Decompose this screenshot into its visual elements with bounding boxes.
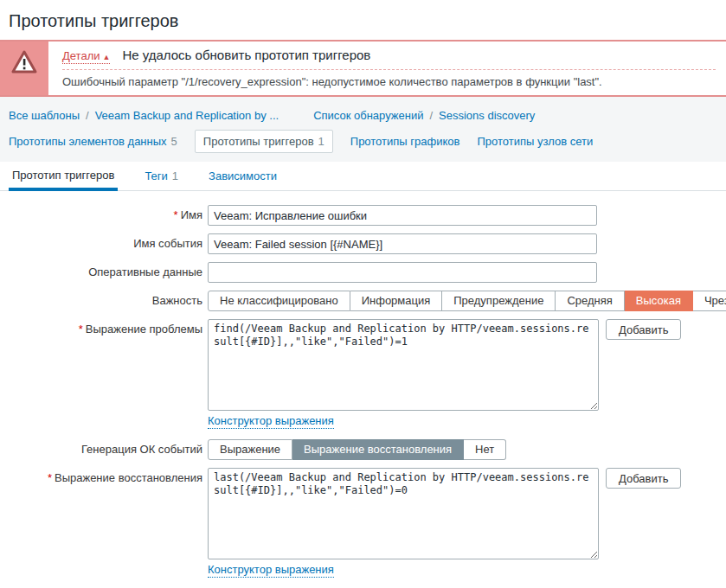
problem-expression-constructor-link[interactable]: Конструктор выражения xyxy=(208,414,334,429)
severity-row: Важность Не классифицировано Информация … xyxy=(0,291,726,311)
tab-label: Зависимости xyxy=(209,169,277,182)
tab-count: 1 xyxy=(172,169,178,182)
problem-expression-label: *Выражение проблемы xyxy=(0,319,208,340)
name-input[interactable] xyxy=(208,205,597,226)
nav-item-label: Прототипы триггеров xyxy=(203,135,314,148)
error-message-box: Детали▲ Не удалось обновить прототип три… xyxy=(0,40,726,97)
required-mark: * xyxy=(48,471,52,484)
error-divider xyxy=(62,69,716,70)
nav-item-prototypes[interactable]: Прототипы элементов данных5 xyxy=(9,131,177,152)
breadcrumb-discovery-list[interactable]: Список обнаружений xyxy=(313,109,423,122)
severity-option-information[interactable]: Информация xyxy=(350,291,443,311)
nav-item-count: 5 xyxy=(171,135,177,148)
recovery-expression-label: *Выражение восстановления xyxy=(0,468,208,489)
problem-constructor-row: Конструктор выражения xyxy=(0,414,726,429)
recovery-expression-textarea[interactable]: last(/Veeam Backup and Replication by HT… xyxy=(208,468,599,559)
error-title: Не удалось обновить прототип триггеров xyxy=(122,48,370,62)
recovery-expression-add-button[interactable]: Добавить xyxy=(606,468,681,489)
content-panel: Прототип триггеров Теги1 Зависимости *Им… xyxy=(0,162,726,588)
breadcrumb-separator: / xyxy=(86,109,89,122)
recovery-constructor-row: Конструктор выражения xyxy=(0,563,726,578)
opdata-row: Оперативные данные xyxy=(0,262,726,283)
nav-item-label: Прототипы элементов данных xyxy=(9,135,167,148)
error-detail-text: Ошибочный параметр "/1/recovery_expressi… xyxy=(62,75,716,88)
severity-group: Не классифицировано Информация Предупреж… xyxy=(208,291,726,311)
warning-icon xyxy=(10,49,38,75)
nav-item-label: Прототипы графиков xyxy=(350,135,460,148)
nav-item-count: 1 xyxy=(318,135,324,148)
page-header: Прототипы триггеров xyxy=(0,0,726,40)
problem-expression-add-button[interactable]: Добавить xyxy=(606,319,681,340)
okgen-option-none[interactable]: Нет xyxy=(464,439,506,460)
details-toggle[interactable]: Детали▲ xyxy=(62,49,110,64)
breadcrumb-template[interactable]: Veeam Backup and Replication by ... xyxy=(95,109,279,122)
problem-expression-textarea[interactable]: find(/Veeam Backup and Replication by HT… xyxy=(208,319,599,411)
ok-event-generation-group: Выражение Выражение восстановления Нет xyxy=(208,439,506,460)
severity-option-warning[interactable]: Предупреждение xyxy=(442,291,556,311)
event-name-label: Имя события xyxy=(0,233,208,254)
name-row: *Имя xyxy=(0,205,726,226)
error-content: Детали▲ Не удалось обновить прототип три… xyxy=(48,42,726,95)
problem-expression-row: *Выражение проблемы find(/Veeam Backup a… xyxy=(0,319,726,411)
recovery-expression-row: *Выражение восстановления last(/Veeam Ba… xyxy=(0,468,726,559)
okgen-option-recovery-expression[interactable]: Выражение восстановления xyxy=(292,439,464,460)
breadcrumb-all-templates[interactable]: Все шаблоны xyxy=(9,109,80,122)
breadcrumb-sessions-discovery[interactable]: Sessions discovery xyxy=(439,109,535,122)
tab-dependencies[interactable]: Зависимости xyxy=(205,162,280,190)
entity-nav: Прототипы элементов данных5 Прототипы тр… xyxy=(9,130,717,153)
error-icon-column xyxy=(0,42,48,95)
tab-tags[interactable]: Теги1 xyxy=(141,162,182,190)
tab-trigger-prototype[interactable]: Прототип триггеров xyxy=(9,162,118,191)
opdata-input[interactable] xyxy=(208,262,597,283)
caret-up-icon: ▲ xyxy=(103,53,111,61)
severity-option-not-classified[interactable]: Не классифицировано xyxy=(208,291,350,311)
recovery-expression-constructor-link[interactable]: Конструктор выражения xyxy=(208,563,334,578)
breadcrumb: Все шаблоны / Veeam Backup and Replicati… xyxy=(9,109,717,122)
required-mark: * xyxy=(79,323,83,336)
nav-item-label: Прототипы узлов сети xyxy=(477,135,593,148)
tab-label: Прототип триггеров xyxy=(12,169,114,182)
event-name-row: Имя события xyxy=(0,233,726,254)
okgen-option-expression[interactable]: Выражение xyxy=(208,439,292,460)
name-label: *Имя xyxy=(0,205,208,226)
page-strip: Все шаблоны / Veeam Backup and Replicati… xyxy=(0,97,726,162)
opdata-label: Оперативные данные xyxy=(0,262,208,283)
event-name-input[interactable] xyxy=(208,233,597,254)
tab-label: Теги xyxy=(145,169,167,182)
required-mark: * xyxy=(174,208,178,221)
tab-bar: Прототип триггеров Теги1 Зависимости xyxy=(0,162,726,191)
severity-option-disaster[interactable]: Чрезвычайная xyxy=(693,291,726,311)
trigger-form: *Имя Имя события Оперативные данные Важн… xyxy=(0,191,726,588)
ok-event-generation-row: Генерация ОК событий Выражение Выражение… xyxy=(0,439,726,460)
nav-host-prototypes[interactable]: Прототипы узлов сети xyxy=(477,131,593,152)
page-title: Прототипы триггеров xyxy=(9,11,717,31)
severity-option-high[interactable]: Высокая xyxy=(625,291,693,311)
severity-option-average[interactable]: Средняя xyxy=(556,291,624,311)
nav-trigger-prototypes[interactable]: Прототипы триггеров1 xyxy=(195,130,333,153)
nav-graph-prototypes[interactable]: Прототипы графиков xyxy=(350,131,460,152)
ok-event-generation-label: Генерация ОК событий xyxy=(0,439,208,460)
breadcrumb-separator: / xyxy=(429,109,433,122)
severity-label: Важность xyxy=(0,291,208,311)
